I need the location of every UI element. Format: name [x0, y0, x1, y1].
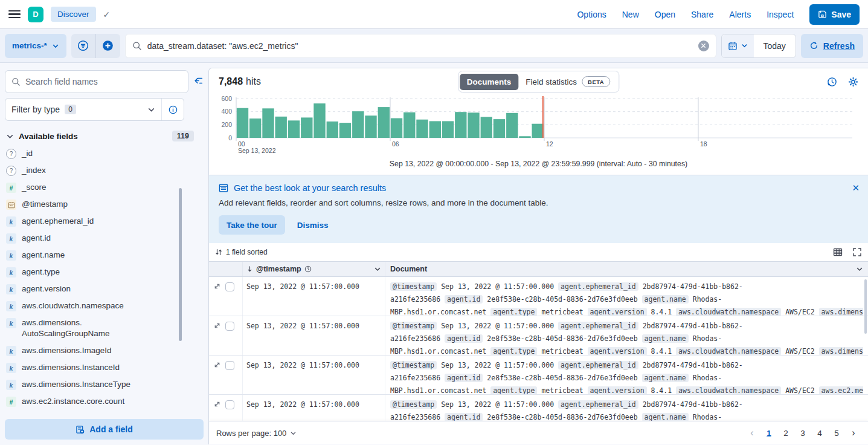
clear-query-icon[interactable]	[698, 41, 709, 51]
collapse-sidebar-icon[interactable]	[193, 76, 204, 85]
field-item-agent-version[interactable]: kagent.version	[5, 281, 204, 297]
column-menu-icon[interactable]	[374, 265, 381, 273]
timestamp-column-header[interactable]: @timestamp	[243, 262, 385, 276]
page-3[interactable]: 3	[796, 426, 810, 440]
expand-document-icon[interactable]	[213, 282, 221, 290]
field-value: a216fe235686	[390, 374, 440, 382]
nav-link-open[interactable]: Open	[655, 10, 675, 19]
info-icon[interactable]	[161, 99, 184, 120]
field-name-badge: agent.type	[490, 347, 537, 355]
field-type-keyword-icon: k	[6, 233, 16, 244]
nav-link-options[interactable]: Options	[577, 10, 606, 19]
field-name: agent.type	[22, 267, 60, 278]
search-icon	[132, 41, 142, 51]
close-icon[interactable]: ✕	[852, 183, 860, 193]
page-5[interactable]: 5	[829, 426, 844, 440]
field-value: 2bd87974-479d-41bb-b862-	[643, 322, 743, 330]
available-fields-header[interactable]: Available fields 119	[6, 131, 202, 141]
field-search-input[interactable]	[25, 77, 182, 86]
chevron-down-icon	[290, 430, 297, 437]
add-filter-icon[interactable]	[96, 34, 120, 58]
data-view-picker[interactable]: metrics-*	[5, 34, 66, 58]
refresh-button[interactable]: Refresh	[801, 34, 863, 58]
breadcrumb[interactable]: Discover	[51, 7, 96, 22]
field-item-aws-dimensions-imageid[interactable]: kaws.dimensions.ImageId	[5, 342, 204, 359]
row-checkbox[interactable]	[225, 322, 234, 331]
field-item--index[interactable]: ?_index	[5, 162, 204, 179]
document-column-header[interactable]: Document	[385, 262, 868, 276]
page-2[interactable]: 2	[779, 426, 793, 440]
field-item-aws-dimensions-instanceid[interactable]: kaws.dimensions.InstanceId	[5, 359, 204, 376]
gear-icon[interactable]	[848, 77, 858, 87]
field-item-aws-dimensions-instancetype[interactable]: kaws.dimensions.InstanceType	[5, 376, 204, 393]
field-item-agent-type[interactable]: kagent.type	[5, 264, 204, 281]
filter-in-circle-icon[interactable]	[71, 34, 95, 58]
field-item-aws-dimensions-autoscalinggroupname[interactable]: kaws.dimensions.AutoScalingGroupName	[5, 314, 204, 342]
available-fields-count: 119	[172, 131, 194, 141]
row-checkbox[interactable]	[225, 282, 234, 291]
previous-page-icon[interactable]: ‹	[745, 426, 759, 440]
page-4[interactable]: 4	[812, 426, 827, 440]
field-value: a216fe235686	[390, 334, 440, 343]
field-item--timestamp[interactable]: @timestamp	[5, 196, 204, 213]
menu-icon[interactable]	[8, 10, 21, 19]
field-item--id[interactable]: ?_id	[5, 145, 204, 162]
field-name-badge: aws.cloudwatch.namespace	[676, 386, 781, 394]
svg-text:12: 12	[546, 140, 553, 148]
field-name-badge: agent.name	[642, 413, 689, 421]
beta-badge: BETA	[582, 76, 610, 87]
page-1[interactable]: 1	[762, 426, 776, 440]
nav-link-inspect[interactable]: Inspect	[767, 10, 794, 19]
row-checkbox[interactable]	[225, 400, 234, 409]
row-checkbox[interactable]	[225, 361, 234, 370]
sidebar-scrollbar[interactable]	[179, 188, 182, 341]
histogram-chart[interactable]: 020040060000Sep 13, 2022061218	[209, 95, 868, 155]
field-item-agent-id[interactable]: kagent.id	[5, 230, 204, 247]
filter-by-type-dropdown[interactable]: Filter by type 0	[5, 105, 161, 114]
top-nav-links: OptionsNewOpenShareAlertsInspect Save	[577, 4, 860, 25]
field-name-badge: aws.dimens…	[819, 308, 863, 316]
expand-document-icon[interactable]	[213, 361, 221, 369]
field-item-agent-ephemeral-id[interactable]: kagent.ephemeral_id	[5, 213, 204, 230]
tab-documents[interactable]: Documents	[460, 74, 519, 90]
sort-icon	[215, 248, 222, 256]
dismiss-button[interactable]: Dismiss	[297, 221, 329, 230]
field-item-agent-name[interactable]: kagent.name	[5, 247, 204, 264]
next-page-icon[interactable]: ›	[846, 426, 861, 440]
expand-document-icon[interactable]	[213, 322, 221, 330]
field-name: agent.name	[22, 250, 65, 261]
nav-link-new[interactable]: New	[622, 10, 639, 19]
field-name-badge: agent.version	[588, 308, 647, 316]
nav-link-alerts[interactable]: Alerts	[729, 10, 751, 19]
take-the-tour-button[interactable]: Take the tour	[219, 215, 285, 235]
calendar-dropdown[interactable]	[722, 34, 754, 57]
display-options-icon[interactable]	[833, 247, 843, 257]
column-menu-icon[interactable]	[856, 265, 863, 273]
rows-per-page-dropdown[interactable]: Rows per page: 100	[216, 429, 297, 438]
fullscreen-icon[interactable]	[852, 247, 862, 257]
date-range-label[interactable]: Today	[754, 41, 796, 51]
query-input[interactable]	[147, 41, 693, 51]
field-item-aws-ec2-instance-core-count[interactable]: #aws.ec2.instance.core.count	[5, 393, 204, 410]
grid-scrollbar[interactable]	[864, 279, 867, 334]
svg-text:200: 200	[221, 121, 232, 128]
chart-options-icon[interactable]	[827, 77, 837, 87]
row-timestamp: Sep 13, 2022 @ 11:57:00.000	[243, 277, 385, 316]
table-row: Sep 13, 2022 @ 11:57:00.000@timestamp Se…	[209, 316, 868, 356]
add-field-icon	[76, 425, 85, 434]
svg-text:400: 400	[221, 108, 232, 115]
expand-document-icon[interactable]	[213, 400, 221, 408]
sorted-fields-button[interactable]: 1 field sorted	[215, 248, 268, 256]
field-type-unknown-icon: ?	[6, 166, 16, 176]
app-logo: D	[28, 7, 43, 22]
save-button[interactable]: Save	[809, 4, 860, 25]
tab-field-statistics[interactable]: Field statisticsBETA	[518, 73, 617, 91]
chevron-down-icon	[741, 42, 748, 49]
tab-label: Documents	[467, 77, 512, 86]
add-field-button[interactable]: Add a field	[5, 419, 204, 440]
svg-text:Sep 13, 2022: Sep 13, 2022	[238, 147, 276, 154]
field-item--score[interactable]: #_score	[5, 179, 204, 196]
field-item-aws-cloudwatch-namespace[interactable]: kaws.cloudwatch.namespace	[5, 297, 204, 314]
control-column-header	[209, 262, 243, 276]
nav-link-share[interactable]: Share	[691, 10, 713, 19]
